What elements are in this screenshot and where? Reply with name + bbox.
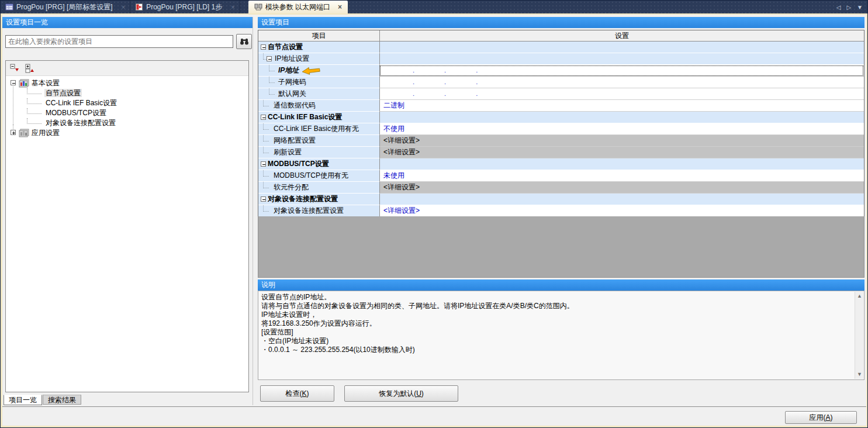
description-scrollbar[interactable]: ▲ ▼	[855, 292, 863, 379]
settings-panel-title: 设置项目	[258, 17, 864, 28]
settings-table: 项目 设置 自节点设置IP地址设置IP地址. . .子网掩码. . .默认网关.…	[258, 30, 864, 218]
table-row: 通信数据代码二进制	[258, 100, 864, 112]
setting-item-cell[interactable]: MODBUS/TCP使用有无	[258, 170, 379, 182]
settings-table-header: 项目 设置	[258, 30, 864, 42]
collapse-tree-icon[interactable]	[9, 63, 20, 74]
setting-value-cell[interactable]: <详细设置>	[379, 135, 864, 147]
setting-item-cell[interactable]: 对象设备连接配置设置	[258, 205, 379, 217]
setting-item-label: 网络配置设置	[274, 136, 316, 144]
setting-item-cell[interactable]: 刷新设置	[258, 147, 379, 158]
setting-item-label: IP地址	[278, 66, 299, 74]
setting-item-cell[interactable]: CC-Link IEF Basic设置	[258, 112, 379, 123]
document-tab-bar: ProgPou [PRG] [局部标签设置] × ProgPou [PRG] […	[1, 1, 867, 13]
tab-progpou-local-label[interactable]: ProgPou [PRG] [局部标签设置] ×	[1, 1, 130, 13]
tree-item[interactable]: MODBUS/TCP设置	[6, 108, 248, 118]
collapse-expander-icon[interactable]	[261, 115, 266, 120]
table-row: 子网掩码. . .	[258, 77, 864, 88]
tree-root-basic-settings[interactable]: 基本设置	[6, 78, 248, 88]
search-button[interactable]	[236, 34, 252, 49]
setting-value-cell	[379, 194, 864, 205]
setting-item-label: MODBUS/TCP设置	[268, 160, 329, 168]
setting-item-cell[interactable]: 对象设备连接配置设置	[258, 194, 379, 205]
setting-value-cell[interactable]: . . .	[379, 65, 864, 77]
setting-value-cell[interactable]: <详细设置>	[379, 147, 864, 158]
restore-default-button[interactable]: 恢复为默认(U)	[344, 385, 458, 402]
expand-expander-icon[interactable]	[11, 130, 16, 135]
setting-value-cell[interactable]: . . .	[379, 88, 864, 100]
setting-value-text: <详细设置>	[383, 148, 420, 156]
setting-item-label: MODBUS/TCP使用有无	[274, 171, 348, 180]
close-icon[interactable]: ×	[122, 4, 125, 11]
table-row: 自节点设置	[258, 42, 864, 53]
description-panel-title: 说明	[258, 279, 864, 291]
tab-list-dropdown-icon[interactable]: ▼	[857, 4, 863, 11]
setting-item-cell[interactable]: 通信数据代码	[258, 100, 379, 112]
tree-item[interactable]: CC-Link IEF Basic设置	[6, 98, 248, 108]
tree-root-application-settings[interactable]: 应用设置	[6, 128, 248, 138]
table-row: CC-Link IEF Basic设置	[258, 112, 864, 123]
setting-item-cell[interactable]: 软元件分配	[258, 182, 379, 194]
table-row: 网络配置设置<详细设置>	[258, 135, 864, 147]
setting-item-cell[interactable]: 默认网关	[258, 88, 379, 100]
collapse-expander-icon[interactable]	[261, 44, 266, 50]
setting-item-panel: 设置项目 项目 设置 自节点设置IP地址设置IP地址. . .子网掩码. . .…	[258, 17, 864, 405]
setting-value-cell[interactable]: 不使用	[379, 123, 864, 135]
collapse-expander-icon[interactable]	[11, 80, 16, 85]
setting-value-text: <详细设置>	[383, 136, 420, 144]
setting-value-cell	[379, 42, 864, 53]
setting-item-cell[interactable]: 自节点设置	[258, 42, 379, 53]
binoculars-icon	[240, 37, 249, 46]
sidebar-bottom-tabs: 项目一览 搜索结果	[4, 395, 81, 405]
close-icon[interactable]: ×	[338, 3, 342, 11]
scroll-up-icon[interactable]: ▲	[855, 292, 864, 301]
setting-value-text: <详细设置>	[383, 206, 420, 215]
table-row: 对象设备连接配置设置	[258, 194, 864, 205]
setting-item-cell[interactable]: IP地址设置	[258, 53, 379, 65]
setting-item-label: 默认网关	[278, 89, 306, 98]
collapse-expander-icon[interactable]	[261, 196, 266, 202]
close-icon[interactable]: ×	[231, 4, 234, 11]
tab-label: 模块参数 以太网端口	[265, 2, 330, 12]
collapse-expander-icon[interactable]	[267, 56, 272, 61]
tree-item[interactable]: 对象设备连接配置设置	[6, 118, 248, 128]
setting-item-cell[interactable]: CC-Link IEF Basic使用有无	[258, 123, 379, 135]
setting-item-cell[interactable]: MODBUS/TCP设置	[258, 158, 379, 170]
scroll-down-icon[interactable]: ▼	[855, 370, 864, 379]
app-settings-icon	[19, 129, 29, 137]
setting-item-cell[interactable]: 子网掩码	[258, 77, 379, 88]
module-parameter-window: ProgPou [PRG] [局部标签设置] × ProgPou [PRG] […	[0, 0, 868, 428]
apply-button[interactable]: 应用(A)	[785, 411, 857, 424]
tab-item-list[interactable]: 项目一览	[4, 395, 42, 405]
table-row: 默认网关. . .	[258, 88, 864, 100]
setting-item-label: 自节点设置	[268, 43, 303, 51]
sidebar-panel-title: 设置项目一览	[2, 17, 253, 28]
setting-item-label: 通信数据代码	[274, 101, 316, 109]
tab-label: ProgPou [PRG] [局部标签设置]	[16, 2, 113, 12]
tab-progpou-ld[interactable]: ProgPou [PRG] [LD] 1步 ×	[130, 1, 240, 13]
search-input[interactable]	[5, 35, 233, 48]
setting-item-label: CC-Link IEF Basic设置	[268, 113, 342, 121]
setting-value-cell[interactable]: 二进制	[379, 100, 864, 112]
scroll-tabs-left-icon[interactable]: ◁	[836, 4, 841, 11]
tab-search-result[interactable]: 搜索结果	[43, 395, 81, 405]
setting-value-cell[interactable]: <详细设置>	[379, 182, 864, 194]
setting-value-cell[interactable]: 未使用	[379, 170, 864, 182]
setting-value-cell	[379, 53, 864, 65]
table-row: CC-Link IEF Basic使用有无不使用	[258, 123, 864, 135]
table-row: MODBUS/TCP使用有无未使用	[258, 170, 864, 182]
setting-item-cell[interactable]: IP地址	[258, 65, 379, 77]
setting-item-label: IP地址设置	[275, 54, 309, 63]
setting-value-cell[interactable]: <详细设置>	[379, 205, 864, 217]
column-header-setting: 设置	[379, 30, 864, 41]
tree-item[interactable]: 自节点设置	[6, 88, 248, 98]
scroll-tabs-right-icon[interactable]: ▷	[846, 4, 851, 11]
setting-value-cell[interactable]: . . .	[379, 77, 864, 88]
description-text: 设置自节点的IP地址。请将与自节点通信的对象设备设置为相同的类、子网地址。请将I…	[258, 291, 864, 380]
setting-item-label: 刷新设置	[274, 148, 302, 156]
tab-module-parameter[interactable]: 模块参数 以太网端口 ×	[248, 1, 348, 13]
check-button[interactable]: 检查(K)	[260, 385, 334, 402]
collapse-expander-icon[interactable]	[261, 161, 266, 167]
setting-tree: 基本设置自节点设置CC-Link IEF Basic设置MODBUS/TCP设置…	[6, 78, 248, 149]
expand-tree-icon[interactable]	[25, 63, 35, 74]
setting-item-cell[interactable]: 网络配置设置	[258, 135, 379, 147]
